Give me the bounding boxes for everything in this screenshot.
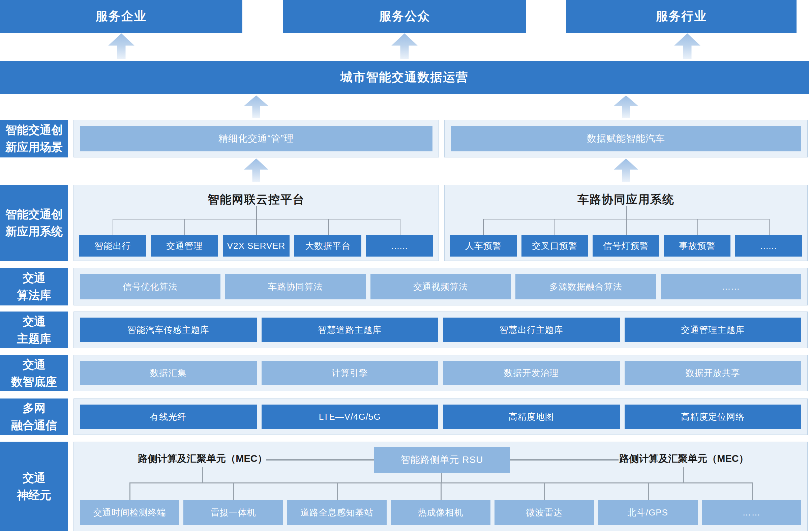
tree-line [648,482,649,500]
mec-left-label: 路侧计算及汇聚单元（MEC） [135,452,270,466]
theme-item: 交通管理主题库 [625,318,802,342]
neurons-panel: 路侧计算及汇聚单元（MEC） 智能路侧单元 RSU 路侧计算及汇聚单元（MEC）… [73,442,808,531]
system-panel-cloud-control: 智能网联云控平台 智能出行 交通管理 V2X SERVER 大数据平台 ....… [73,185,439,261]
up-arrow [108,33,135,59]
network-panel: 有线光纤 LTE—V/4G/5G 高精度地图 高精度定位网络 [73,398,808,435]
row-label-innovation-systems: 智能交通创 新应用系统 [0,185,68,261]
connector-line [266,459,374,461]
foundation-item: 数据开发治理 [443,361,620,385]
architecture-diagram: 服务企业 服务公众 服务行业 城市智能交通数据运营 智能交通创 新应用场景 精细… [0,0,809,532]
algorithms-panel: 信号优化算法 车路协同算法 交通视频算法 多源数据融合算法 …… [73,268,808,306]
up-arrow [391,33,418,59]
tree-line [483,219,484,236]
tree-line [554,219,555,236]
theme-item: 智能汽车传感主题库 [80,318,257,342]
tree-line [202,467,203,482]
tree-line [752,482,753,500]
panel-title-cloud-control: 智能网联云控平台 [74,192,438,207]
up-arrow [244,158,268,182]
device-item: 北斗/GPS [598,500,698,525]
device-item: …… [702,500,801,525]
up-arrow [674,33,701,59]
up-arrow [614,96,638,118]
tree-line [441,482,442,500]
algorithm-item: 多源数据融合算法 [515,274,656,299]
system-child: 智能出行 [79,235,146,257]
device-item: 热成像相机 [391,500,490,525]
tree-line [626,219,627,236]
scene-box-fine-traffic-management: 精细化交通“管”理 [80,126,432,151]
foundation-item: 数据汇集 [80,361,257,385]
scene-box-data-empowered-vehicles: 数据赋能智能汽车 [451,126,801,151]
row-label-theme-library: 交通 主题库 [0,311,68,348]
network-item: 高精度地图 [443,405,620,429]
row-label-innovation-scenes: 智能交通创 新应用场景 [0,120,68,157]
foundation-item: 数据开放共享 [625,361,802,385]
tree-line [233,482,234,500]
system-child: 交叉口预警 [521,235,588,257]
tree-line [400,219,400,236]
system-child: V2X SERVER [223,235,290,257]
tree-line [328,219,329,236]
algorithm-item: 信号优化算法 [80,274,221,299]
tree-line [769,219,770,236]
system-child: 大数据平台 [294,235,361,257]
main-bar-data-operation: 城市智能交通数据运营 [0,61,809,94]
system-child: 交通管理 [151,235,218,257]
connector-line [510,459,619,461]
row-label-traffic-neurons: 交通 神经元 [0,442,68,531]
tree-line [337,482,338,500]
algorithm-item: …… [661,274,801,299]
up-arrow [614,158,638,182]
foundation-item: 计算引擎 [262,361,438,385]
system-child: 人车预警 [450,235,517,257]
algorithm-item: 交通视频算法 [371,274,511,299]
tree-line [256,206,257,219]
theme-item: 智慧道路主题库 [262,318,438,342]
device-item: 微波雷达 [495,500,594,525]
network-item: 有线光纤 [80,405,257,429]
tree-line [256,219,257,236]
system-child: 信号灯预警 [592,235,659,257]
themes-panel: 智能汽车传感主题库 智慧道路主题库 智慧出行主题库 交通管理主题库 [73,311,808,348]
tree-line [441,473,442,482]
row-label-algorithm-library: 交通 算法库 [0,268,68,306]
mec-right-label: 路侧计算及汇聚单元（MEC） [617,452,751,466]
tree-line [544,482,545,500]
tree-line [184,219,185,236]
device-item: 道路全息感知基站 [287,500,386,525]
system-child: 事故预警 [664,235,731,257]
network-item: 高精度定位网络 [625,405,802,429]
panel-title-v2x-applications: 车路协同应用系统 [445,192,807,207]
foundation-panel: 数据汇集 计算引擎 数据开发治理 数据开放共享 [73,355,808,391]
scene-panel-right: 数据赋能智能汽车 [444,120,808,157]
theme-item: 智慧出行主题库 [443,318,620,342]
rsu-box: 智能路侧单元 RSU [374,447,510,473]
row-label-data-foundation: 交通 数智底座 [0,355,68,391]
algorithm-item: 车路协同算法 [225,274,366,299]
tree-line [626,206,627,219]
system-child: ...... [735,235,802,257]
scene-panel-left: 精细化交通“管”理 [73,120,439,157]
tree-line [113,219,113,236]
up-arrow [244,96,268,118]
device-item: 交通时间检测终端 [80,500,179,525]
system-panel-v2x-applications: 车路协同应用系统 人车预警 交叉口预警 信号灯预警 事故预警 ...... [444,185,808,261]
row-label-converged-network: 多网 融合通信 [0,398,68,435]
network-item: LTE—V/4G/5G [262,405,438,429]
tree-line [698,219,698,236]
service-box-enterprise: 服务企业 [0,0,242,33]
tree-line [130,482,131,500]
system-child: ...... [366,235,433,257]
tree-line [683,467,684,482]
service-box-public: 服务公众 [283,0,526,33]
service-box-industry: 服务行业 [566,0,796,33]
device-item: 雷摄一体机 [183,500,283,525]
